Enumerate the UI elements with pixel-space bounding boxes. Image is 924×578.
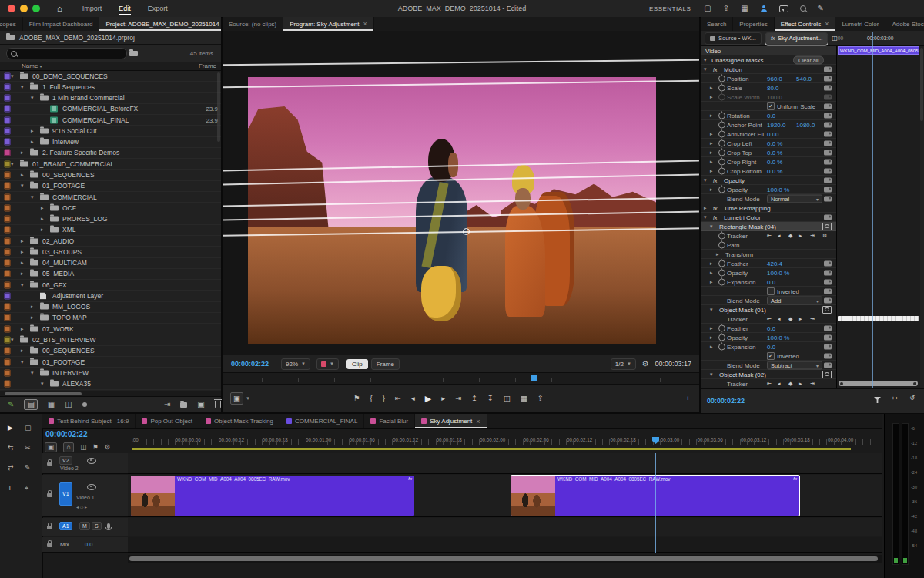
disclosure-expanded-icon[interactable]: ▾ xyxy=(710,371,713,378)
blend-mode-select[interactable]: Subtract▾ xyxy=(767,361,822,369)
search-input[interactable] xyxy=(6,48,127,59)
disclosure-expanded-icon[interactable]: ▾ xyxy=(710,307,713,313)
effects-tab-properties[interactable]: Properties xyxy=(733,17,774,31)
label-color-chip[interactable] xyxy=(4,183,11,190)
keyframe-jump-icon[interactable]: ↦ xyxy=(892,395,898,402)
label-color-chip[interactable] xyxy=(4,304,11,311)
reset-parameter-icon[interactable] xyxy=(824,131,832,136)
export-icon[interactable]: ⇪ xyxy=(537,395,544,402)
filter-icon[interactable] xyxy=(874,397,881,403)
settings-wrench-icon[interactable]: ⚙ xyxy=(642,360,649,368)
timeline-settings-icon[interactable]: ⚙ xyxy=(105,444,111,451)
disclosure-collapsed-icon[interactable]: ▸ xyxy=(716,251,719,257)
label-color-chip[interactable] xyxy=(4,271,11,277)
blend-mode-select[interactable]: Normal▾ xyxy=(767,194,822,203)
bin-item-01-footage[interactable]: ▾01_FOOTAGE xyxy=(0,181,221,192)
label-color-chip[interactable] xyxy=(4,106,11,113)
label-color-chip[interactable] xyxy=(4,127,11,134)
tracker-button-5[interactable]: ⇥ xyxy=(810,316,815,322)
bin-item-xml[interactable]: ▸XML xyxy=(0,225,221,236)
track-visibility-icon[interactable] xyxy=(87,484,96,490)
stopwatch-icon[interactable] xyxy=(718,75,725,82)
label-color-chip[interactable] xyxy=(4,172,11,179)
voiceover-record-icon[interactable] xyxy=(107,523,110,529)
extract-icon[interactable]: ↧ xyxy=(487,395,494,402)
close-tab-icon[interactable]: × xyxy=(476,418,480,425)
bin-item-00-sequences[interactable]: ▸00_SEQUENCES xyxy=(0,170,221,180)
bin-item-07-work[interactable]: ▸07_WORK xyxy=(0,324,221,334)
monitor-scrub-bar[interactable] xyxy=(223,372,699,385)
quick-export-icon[interactable]: ⇪ xyxy=(723,5,729,12)
parameter-value[interactable]: 0.0 % xyxy=(767,167,782,174)
reset-parameter-icon[interactable] xyxy=(824,94,832,99)
reset-parameter-icon[interactable] xyxy=(824,76,832,81)
reset-parameter-icon[interactable] xyxy=(824,140,832,146)
lane-v2[interactable] xyxy=(128,453,882,474)
workspace-label[interactable]: ESSENTIALS xyxy=(649,5,691,12)
stopwatch-icon[interactable] xyxy=(718,260,725,267)
timeline-tab-object-mask-tracking[interactable]: Object Mask Tracking xyxy=(199,414,280,428)
disclosure-collapsed-icon[interactable]: ▸ xyxy=(21,325,24,331)
parameter-value[interactable]: 100.0 % xyxy=(767,186,789,193)
disclosure-collapsed-icon[interactable]: ▸ xyxy=(710,334,713,341)
tracker-button-5[interactable]: ⇥ xyxy=(810,233,815,239)
effects-clip-bar[interactable]: WKND_COM_MID_A004_A004_0805EC_RAW.mov xyxy=(838,46,919,55)
playhead-timecode[interactable]: 00:00:02:22 xyxy=(231,360,269,368)
disclosure-expanded-icon[interactable]: ▾ xyxy=(21,183,24,189)
tracked-keyframes-bar[interactable] xyxy=(838,316,919,321)
disclosure-expanded-icon[interactable]: ▾ xyxy=(11,160,14,166)
checkbox-inverted[interactable] xyxy=(767,287,775,295)
track-visibility-icon[interactable] xyxy=(87,458,96,464)
project-horizontal-scrollbar[interactable] xyxy=(0,391,221,396)
bin-item-01-brand-commercial[interactable]: ▾01_BRAND_COMMERCIAL xyxy=(0,159,221,170)
effects-tab-adobe-stock[interactable]: Adobe Stock xyxy=(886,17,924,31)
parameter-value[interactable]: 80.0 xyxy=(767,84,779,91)
comments-icon[interactable] xyxy=(779,5,788,12)
disclosure-expanded-icon[interactable]: ▾ xyxy=(710,223,713,230)
reset-parameter-icon[interactable] xyxy=(824,122,832,127)
mute-button[interactable]: M xyxy=(79,522,90,530)
bin-item-04-multicam[interactable]: ▸04_MULTICAM xyxy=(0,258,221,269)
stopwatch-icon[interactable] xyxy=(718,84,725,91)
mask-icon[interactable] xyxy=(822,223,832,230)
bin-item-2-feature-specific-demos[interactable]: ▸2. Feature Specific Demos xyxy=(0,148,221,159)
reset-parameter-icon[interactable] xyxy=(824,325,832,331)
frame-button[interactable]: Frame xyxy=(371,358,400,370)
blend-mode-select[interactable]: Add▾ xyxy=(767,296,822,304)
stopwatch-icon[interactable] xyxy=(718,334,725,341)
disclosure-collapsed-icon[interactable]: ▸ xyxy=(31,128,34,134)
label-color-chip[interactable] xyxy=(4,160,11,167)
bin-item-topo-map[interactable]: ▸TOPO MAP xyxy=(0,313,221,324)
project-tab-film-impact-dashboard[interactable]: Film Impact Dashboard xyxy=(23,17,100,31)
disclosure-collapsed-icon[interactable]: ▸ xyxy=(710,168,713,174)
disclosure-icon[interactable]: ▸ xyxy=(704,205,707,211)
lane-zoom-slider[interactable] xyxy=(839,381,918,386)
bin-item-interview[interactable]: ▸Interview xyxy=(0,137,221,148)
track-header-v1[interactable]: V1 Video 1 ◂ ◇ ▸ xyxy=(42,475,128,517)
reset-parameter-icon[interactable] xyxy=(824,187,832,192)
reset-parameter-icon[interactable] xyxy=(824,353,832,358)
export-frame-icon[interactable]: ◫ xyxy=(504,395,511,402)
trash-icon[interactable] xyxy=(215,401,221,408)
bin-item-03-groups[interactable]: ▸03_GROUPS xyxy=(0,247,221,257)
timeline-tab-facial-blur[interactable]: Facial Blur xyxy=(364,414,415,428)
parameter-value[interactable]: 540.0 xyxy=(796,75,812,82)
stopwatch-icon[interactable] xyxy=(718,93,725,100)
lane-mix[interactable] xyxy=(128,537,882,553)
step-forward-icon[interactable]: ▸ xyxy=(441,395,445,402)
add-marker-icon[interactable]: ⚑ xyxy=(353,395,360,402)
disclosure-collapsed-icon[interactable]: ▸ xyxy=(21,248,24,254)
source-clip-button[interactable]: Source • WK... xyxy=(705,32,762,45)
disclosure-collapsed-icon[interactable]: ▸ xyxy=(710,159,713,165)
clip-button[interactable]: Clip xyxy=(346,359,368,369)
effects-mini-ruler[interactable]: :00 00:00:03:00 xyxy=(836,31,924,46)
reset-parameter-icon[interactable] xyxy=(824,85,832,90)
track-header-v2[interactable]: V2 Video 2 xyxy=(42,453,128,474)
disclosure-collapsed-icon[interactable]: ▸ xyxy=(710,150,713,156)
bin-item-1-min-brand-commercial[interactable]: ▾1 Min Brand Commercial xyxy=(0,93,221,104)
disclosure-collapsed-icon[interactable]: ▸ xyxy=(41,216,44,222)
effects-tab-effect-controls[interactable]: Effect Controls× xyxy=(775,17,836,31)
tracker-button-3[interactable]: ◆ xyxy=(788,316,792,322)
drag-video-icon[interactable]: ▣ xyxy=(230,392,243,405)
reset-parameter-icon[interactable] xyxy=(824,103,832,109)
